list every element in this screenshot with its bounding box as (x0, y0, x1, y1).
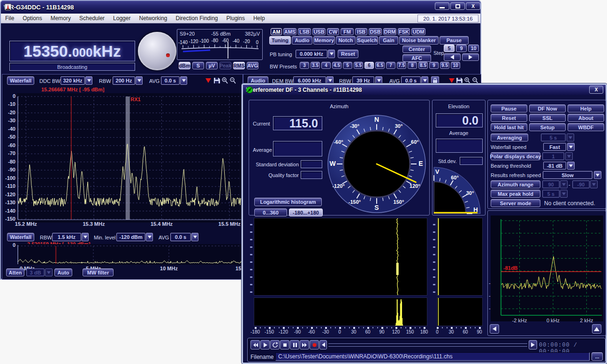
mode-lsb[interactable]: LSB (298, 28, 311, 35)
df-wbdf-button[interactable]: WBDF (568, 123, 604, 131)
pause-button[interactable] (290, 340, 299, 349)
df-polar-decay-value[interactable]: 1 (542, 152, 564, 160)
pb-reset-button[interactable]: Reset (338, 50, 358, 58)
log-histogram-button[interactable]: Logarithmic histogram (254, 198, 322, 206)
overview-spectrum-plot[interactable] (17, 244, 243, 265)
df-help-button[interactable]: Help (568, 104, 604, 112)
seek-left-button[interactable] (319, 340, 327, 349)
bw-preset-8[interactable]: 8 (408, 62, 417, 69)
step-9[interactable]: 9 (456, 45, 467, 52)
df-max-peak-hold-button[interactable]: Max peak hold (491, 190, 540, 198)
azimuth-waterfall[interactable] (254, 218, 427, 296)
meter-unit-s[interactable]: S (192, 62, 204, 69)
tab-gain[interactable]: Gain (379, 36, 398, 45)
stop-button[interactable] (280, 340, 289, 349)
df-bearing-threshold-value[interactable]: -81 dB (543, 162, 566, 170)
meter-unit-avg[interactable]: AVG (247, 62, 258, 69)
tab-squelch[interactable]: Squelch (357, 36, 378, 45)
df-ssl-button[interactable]: SSL (529, 114, 566, 122)
df-now-button[interactable]: DF Now (529, 104, 566, 112)
bw-preset-4[interactable]: 4 (321, 62, 331, 69)
df-reset-button[interactable]: Reset (491, 114, 527, 122)
menu-memory[interactable]: Memory (46, 14, 75, 22)
df-spectrum-plot[interactable]: -81dB (491, 215, 603, 321)
atten-auto-button[interactable]: Auto (54, 268, 72, 276)
marker-icon[interactable] (205, 76, 212, 85)
mode-fm[interactable]: FM (341, 28, 354, 35)
menu-file[interactable]: File (1, 14, 18, 22)
ddc-bw-value[interactable]: 320 kHz (61, 76, 85, 85)
tuning-knob[interactable] (138, 32, 176, 70)
afc-button[interactable]: AFC (402, 54, 431, 62)
df-setup-button[interactable]: Setup (529, 123, 566, 131)
maximize-button[interactable] (450, 2, 465, 10)
step-up-button[interactable] (462, 53, 479, 61)
overview-rbw-value[interactable]: 1.5 kHz (52, 233, 81, 241)
min-level-dropdown[interactable] (146, 233, 153, 241)
df-averaging-button[interactable]: Averaging (491, 134, 528, 141)
pb-tuning-dropdown[interactable] (328, 50, 335, 58)
fast-forward-button[interactable] (300, 340, 309, 349)
mode-ams[interactable]: AMS (283, 28, 296, 35)
range-pm180-button[interactable]: -180...+180 (289, 208, 323, 216)
seek-right-button[interactable] (529, 340, 537, 349)
mode-isb[interactable]: ISB (355, 28, 367, 35)
menu-options[interactable]: Options (18, 14, 46, 22)
waterfall-toggle-button[interactable]: Waterfall (7, 76, 34, 85)
df-averaging-dropdown[interactable] (567, 134, 574, 141)
save-icon[interactable] (213, 77, 220, 84)
rewind-button[interactable] (250, 340, 260, 349)
df-azimuth-range-to[interactable]: -90 (572, 180, 590, 188)
atten-value[interactable]: 3 dB (26, 268, 45, 276)
mode-udm[interactable]: UDM (411, 28, 425, 35)
play-button[interactable] (260, 340, 270, 349)
df-hold-last-hit-button[interactable]: Hold last hit (491, 123, 527, 131)
df-polar-decay-button[interactable]: Polar displays decay (491, 152, 540, 160)
browse-button[interactable]: ... (592, 352, 603, 361)
df-azimuth-range-from[interactable]: 90 (542, 180, 560, 188)
menu-plugins[interactable]: Plugins (222, 14, 249, 22)
mode-dsb[interactable]: DSB (369, 28, 382, 35)
df-bearing-threshold-dropdown[interactable] (567, 162, 575, 170)
df-azimuth-range-to-dropdown[interactable] (590, 180, 598, 188)
df-server-mode-button[interactable]: Server mode (491, 199, 540, 207)
meter-unit-peak[interactable]: Peak (220, 62, 231, 69)
min-level-value[interactable]: -120 dBm (116, 233, 145, 241)
mode-cw[interactable]: CW (327, 28, 339, 35)
rbw-value[interactable]: 200 Hz (113, 76, 135, 85)
tab-notch[interactable]: Notch (336, 36, 356, 45)
df-azimuth-range-from-dropdown[interactable] (560, 180, 568, 188)
menu-direction-finding[interactable]: Direction Finding (172, 14, 222, 22)
bw-preset-7[interactable]: 7 (386, 62, 395, 69)
bw-preset-10[interactable]: 10 (451, 62, 460, 69)
bw-preset-4-5[interactable]: 4.5 (332, 62, 341, 69)
avg-value[interactable]: 0.0 s (161, 76, 180, 85)
loop-button[interactable] (270, 340, 280, 349)
frequency-display[interactable]: 15350.000kHz (9, 41, 135, 61)
record-button[interactable] (310, 340, 319, 349)
bw-preset-9[interactable]: 9 (429, 62, 439, 69)
zoom-in-icon[interactable] (221, 77, 228, 84)
mw-filter-button[interactable]: MW filter (83, 268, 114, 276)
bw-preset-8-5[interactable]: 8.5 (418, 62, 428, 69)
step-10[interactable]: 10 (468, 45, 479, 52)
rbw-dropdown[interactable] (136, 76, 143, 85)
bw-preset-3-5[interactable]: 3.5 (311, 62, 320, 69)
bw-preset-3[interactable]: 3 (300, 62, 309, 69)
df-pause-button[interactable]: Pause (491, 104, 527, 112)
step-5[interactable]: 5 (444, 45, 455, 52)
meter-unit-rms[interactable]: RMS (233, 62, 245, 69)
spectrum-collapse-button[interactable] (490, 324, 499, 334)
df-titlebar[interactable]: Interferometer DF - 3 Channels - #11B142… (243, 85, 606, 95)
bw-preset-6[interactable]: 6 (364, 62, 374, 69)
bw-preset-5-5[interactable]: 5.5 (354, 62, 363, 69)
ddc-bw-dropdown[interactable] (85, 76, 92, 85)
tab-noise-blanker[interactable]: Noise blanker (399, 36, 439, 45)
ddc-spectrum-plot[interactable]: RX1 (17, 93, 243, 223)
atten-dropdown[interactable] (45, 268, 53, 276)
df-close-button[interactable]: X (589, 86, 603, 94)
df-max-peak-hold-value[interactable]: 5 s (542, 190, 560, 198)
elevation-histogram[interactable] (437, 297, 483, 326)
avg-dropdown[interactable] (180, 76, 187, 85)
df-refresh-speed-value[interactable]: Slow (543, 171, 592, 179)
